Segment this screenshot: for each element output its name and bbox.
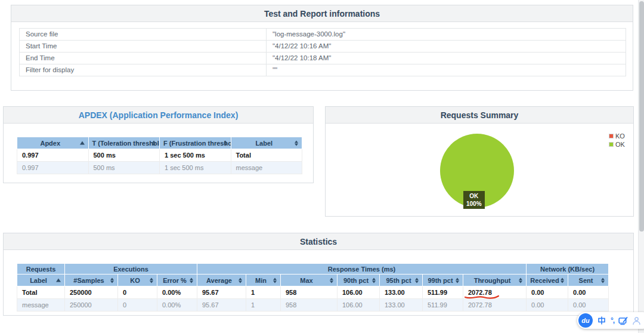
- info-value: "": [267, 64, 626, 76]
- baidu-ime-toolbar: du °,: [577, 312, 644, 329]
- stats-col-error[interactable]: Error %: [157, 275, 197, 286]
- handwriting-pad-icon[interactable]: [618, 316, 628, 325]
- info-label: Start Time: [20, 41, 267, 53]
- sort-both-icon: [190, 278, 194, 283]
- stats-row-total: Total 250000 0 0.00% 95.67 1 958 106.00 …: [17, 286, 609, 299]
- cell-error: 0.00%: [157, 286, 197, 299]
- stats-col-min[interactable]: Min: [246, 275, 281, 286]
- apdex-panel-header: APDEX (Application Performance Index): [4, 107, 313, 124]
- cell-ko: 0: [118, 286, 157, 299]
- requests-summary-panel: Requests Summary OK 100% KO OK: [325, 106, 634, 217]
- baidu-ime-logo[interactable]: du: [578, 313, 593, 328]
- test-info-title: Test and Report informations: [264, 9, 380, 18]
- stats-col-received[interactable]: Received: [527, 275, 568, 286]
- ok-swatch-icon: [609, 142, 614, 147]
- apdex-table: Apdex T (Toleration threshold) F (Frustr…: [17, 137, 302, 174]
- group-executions: Executions: [65, 264, 197, 275]
- sort-both-icon: [239, 278, 243, 283]
- sort-both-icon: [519, 278, 523, 283]
- col-label: Min: [255, 277, 267, 284]
- col-label: 95th pct: [386, 277, 411, 284]
- cell-min: 1: [246, 299, 281, 312]
- sort-both-icon: [601, 278, 605, 283]
- stats-col-95pct[interactable]: 95th pct: [380, 275, 423, 286]
- apdex-row-total: 0.997 500 ms 1 sec 500 ms Total: [17, 149, 302, 162]
- col-label: Apdex: [40, 140, 60, 147]
- sort-both-icon: [110, 278, 114, 283]
- stats-col-samples[interactable]: #Samples: [65, 275, 118, 286]
- stats-col-99pct[interactable]: 99th pct: [423, 275, 463, 286]
- info-value: "log-message-3000.log": [267, 29, 626, 41]
- sort-both-icon: [224, 140, 228, 146]
- apdex-header-row: Apdex T (Toleration threshold) F (Frustr…: [17, 137, 302, 149]
- cell-received: 0.00: [527, 286, 568, 299]
- info-label: Source file: [20, 29, 267, 41]
- apdex-title-link[interactable]: APDEX (Application Performance Index): [79, 110, 239, 120]
- user-profile-icon[interactable]: [632, 316, 641, 325]
- col-label: KO: [130, 277, 140, 284]
- apdex-value: 0.997: [17, 149, 89, 162]
- punctuation-mode-icon[interactable]: °,: [611, 316, 614, 325]
- apdex-value: 0.997: [17, 162, 89, 174]
- stats-col-sent[interactable]: Sent: [568, 275, 609, 286]
- cell-error: 0.00%: [157, 299, 197, 312]
- requests-summary-title: Requests Summary: [441, 110, 519, 120]
- info-row: End Time "4/12/22 10:18 AM": [20, 53, 626, 64]
- browser-scrollbar-thumb[interactable]: [639, 1, 644, 232]
- pie-legend: KO OK: [609, 132, 625, 149]
- info-row: Source file "log-message-3000.log": [20, 29, 626, 41]
- chinese-mode-icon[interactable]: [597, 316, 606, 325]
- cell-label: message: [17, 299, 65, 312]
- ko-swatch-icon: [609, 134, 614, 138]
- stats-row-message: message 250000 0 0.00% 95.67 1 958 106.0…: [17, 299, 609, 312]
- toleration-value: 500 ms: [88, 149, 160, 162]
- pie-label-percent: 100%: [466, 200, 482, 208]
- requests-summary-header: Requests Summary: [326, 107, 633, 124]
- stats-col-max[interactable]: Max: [281, 275, 338, 286]
- sort-both-icon: [415, 278, 419, 283]
- pie-label-name: OK: [466, 192, 482, 200]
- stats-col-throughput[interactable]: Throughput: [463, 275, 527, 286]
- stats-group-header-row: Requests Executions Response Times (ms) …: [17, 264, 609, 275]
- cell-samples: 250000: [65, 286, 118, 299]
- apdex-panel: APDEX (Application Performance Index) Ap…: [3, 106, 314, 183]
- jmeter-report-page: Test and Report informations Source file…: [0, 0, 644, 333]
- stats-col-ko[interactable]: KO: [118, 275, 157, 286]
- group-requests: Requests: [17, 264, 65, 275]
- label-value: message: [231, 162, 302, 174]
- col-label: 99th pct: [428, 277, 453, 284]
- info-value: "4/12/22 10:16 AM": [267, 41, 626, 53]
- cell-sent: 0.00: [568, 299, 609, 312]
- apdex-col-apdex[interactable]: Apdex: [17, 137, 89, 149]
- info-label: Filter for display: [20, 64, 267, 76]
- cell-99pct: 511.99: [423, 299, 463, 312]
- legend-label: OK: [615, 141, 625, 148]
- sort-asc-icon: [80, 141, 85, 145]
- pie-slice-label: OK 100%: [463, 191, 485, 209]
- col-label: Error %: [163, 277, 187, 284]
- apdex-col-label[interactable]: Label: [231, 137, 302, 149]
- group-response-times: Response Times (ms): [197, 264, 527, 275]
- col-label: Label: [30, 277, 47, 284]
- col-label: Throughput: [474, 277, 511, 284]
- col-label: Max: [300, 277, 312, 284]
- browser-scrollbar-track[interactable]: [638, 0, 644, 333]
- cell-min: 1: [246, 286, 281, 299]
- apdex-col-frustration[interactable]: F (Frustration threshold): [160, 137, 231, 149]
- cell-samples: 250000: [65, 299, 118, 312]
- legend-item-ok: OK: [609, 140, 625, 149]
- statistics-table: Requests Executions Response Times (ms) …: [17, 263, 609, 312]
- apdex-row-message: 0.997 500 ms 1 sec 500 ms message: [17, 162, 302, 174]
- sort-asc-icon: [56, 278, 61, 282]
- apdex-col-toleration[interactable]: T (Toleration threshold): [88, 137, 160, 149]
- stats-col-90pct[interactable]: 90th pct: [338, 275, 380, 286]
- frustration-value: 1 sec 500 ms: [160, 162, 231, 174]
- cell-throughput: 2072.78: [463, 299, 527, 312]
- toleration-value: 500 ms: [88, 162, 160, 174]
- col-label: #Samples: [73, 277, 104, 284]
- stats-col-average[interactable]: Average: [197, 275, 246, 286]
- stats-col-label[interactable]: Label: [17, 275, 65, 286]
- cell-95pct: 133.00: [380, 299, 423, 312]
- cell-max: 958: [281, 299, 338, 312]
- cell-throughput: 2072.78: [463, 286, 527, 299]
